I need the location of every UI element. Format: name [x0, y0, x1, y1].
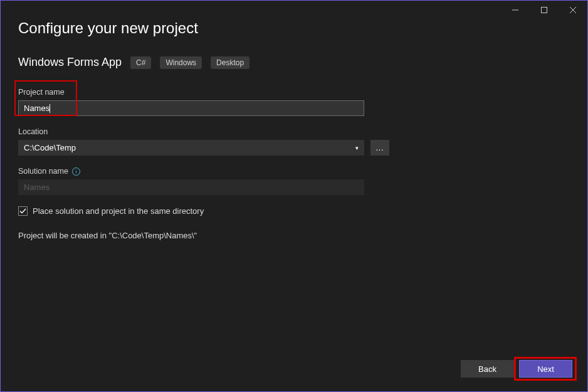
project-name-label: Project name [18, 88, 570, 97]
svg-rect-1 [542, 8, 547, 13]
maximize-icon [541, 7, 547, 13]
info-icon[interactable]: i [72, 167, 80, 176]
maximize-button[interactable] [530, 1, 559, 19]
back-button[interactable]: Back [461, 360, 514, 378]
solution-name-placeholder: Names [24, 183, 50, 192]
project-name-input[interactable]: Names [18, 100, 364, 116]
browse-button[interactable]: ... [370, 140, 389, 156]
tag-csharp: C# [130, 56, 151, 69]
location-value: C:\Code\Temp [24, 143, 76, 152]
next-button[interactable]: Next [519, 360, 572, 378]
main-content: Configure your new project Windows Forms… [1, 1, 587, 240]
page-title: Configure your new project [18, 19, 570, 37]
location-combobox[interactable]: C:\Code\Temp ▾ [18, 140, 364, 156]
footer-buttons: Back Next [461, 360, 572, 378]
minimize-button[interactable] [501, 1, 530, 19]
checkmark-icon [19, 208, 26, 215]
solution-name-field: Solution name i Names [18, 167, 570, 195]
close-icon [570, 7, 576, 13]
same-directory-checkbox[interactable] [18, 206, 28, 216]
location-field: Location C:\Code\Temp ▾ ... [18, 127, 570, 156]
same-directory-label: Place solution and project in the same d… [33, 206, 204, 216]
template-info-row: Windows Forms App C# Windows Desktop [18, 56, 570, 69]
location-row: C:\Code\Temp ▾ ... [18, 140, 570, 156]
minimize-icon [512, 7, 518, 13]
solution-name-label: Solution name i [18, 167, 570, 176]
template-name: Windows Forms App [18, 56, 122, 69]
tag-desktop: Desktop [211, 56, 249, 69]
text-caret [50, 104, 50, 113]
tag-windows: Windows [160, 56, 202, 69]
window-titlebar [501, 1, 587, 19]
solution-name-label-text: Solution name [18, 167, 68, 176]
location-label: Location [18, 127, 570, 136]
project-name-field: Project name Names [18, 88, 570, 116]
chevron-down-icon: ▾ [355, 145, 359, 151]
project-name-value: Names [24, 103, 50, 113]
solution-name-input: Names [18, 179, 364, 195]
close-button[interactable] [559, 1, 587, 19]
creation-path-info: Project will be created in "C:\Code\Temp… [18, 231, 570, 240]
same-directory-checkbox-row: Place solution and project in the same d… [18, 206, 570, 216]
